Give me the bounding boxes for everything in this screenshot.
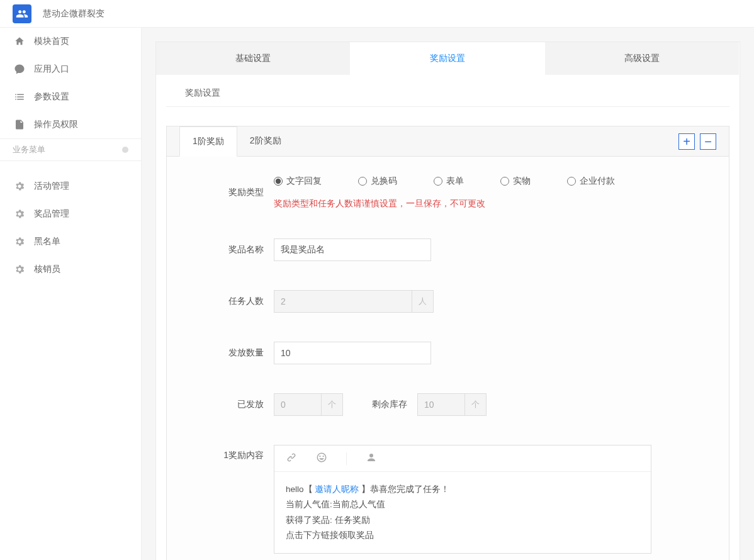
issued-label: 已发放: [192, 399, 274, 410]
app-logo: [13, 4, 31, 23]
prize-name-label: 奖品名称: [192, 244, 274, 255]
collapse-dot-icon[interactable]: [122, 147, 128, 153]
issued-input: [274, 393, 322, 416]
sidebar-item-verifier[interactable]: 核销员: [0, 255, 141, 283]
gear-icon: [14, 264, 25, 275]
reward-type-warning: 奖励类型和任务人数请谨慎设置，一旦保存，不可更改: [274, 198, 704, 210]
task-count-input: [274, 290, 412, 313]
gear-icon: [14, 236, 25, 247]
radio-form[interactable]: 表单: [434, 176, 464, 187]
sidebar-item-label: 奖品管理: [34, 208, 69, 220]
link-icon[interactable]: [286, 452, 297, 465]
sidebar: 模块首页 应用入口 参数设置 操作员权限 业务菜单 活动管理 奖品管理: [0, 28, 142, 560]
editor-toolbar: [274, 445, 651, 472]
emoji-icon[interactable]: [316, 452, 327, 465]
sidebar-item-label: 活动管理: [34, 181, 69, 192]
radio-enterprise-pay[interactable]: 企业付款: [567, 176, 615, 187]
editor-body[interactable]: hello【 邀请人昵称 】恭喜您完成了任务！ 当前人气值:当前总人气值 获得了…: [274, 472, 651, 553]
reward-type-label: 奖励类型: [192, 187, 274, 198]
document-icon: [14, 119, 25, 130]
chat-icon: [14, 64, 25, 75]
main-panel: 基础设置 奖励设置 高级设置 奖励设置 1阶奖励 2阶奖励 + −: [155, 42, 740, 560]
inner-panel: 1阶奖励 2阶奖励 + − 奖励类型 文字回复 兑换码: [166, 126, 729, 560]
inner-tab-level2[interactable]: 2阶奖励: [237, 126, 294, 156]
sidebar-item-label: 模块首页: [34, 36, 69, 47]
sidebar-item-prize[interactable]: 奖品管理: [0, 200, 141, 228]
sidebar-section-title: 业务菜单: [0, 138, 141, 161]
inner-tab-level1[interactable]: 1阶奖励: [179, 126, 237, 157]
remove-level-button[interactable]: −: [700, 133, 716, 150]
remain-suffix: 个: [465, 393, 487, 416]
tab-advanced-settings[interactable]: 高级设置: [545, 42, 740, 75]
add-level-button[interactable]: +: [678, 133, 695, 150]
list-icon: [14, 91, 25, 103]
sidebar-item-params[interactable]: 参数设置: [0, 83, 141, 111]
task-count-label: 任务人数: [192, 296, 274, 307]
sidebar-item-label: 参数设置: [34, 91, 69, 103]
reward-content-editor[interactable]: hello【 邀请人昵称 】恭喜您完成了任务！ 当前人气值:当前总人气值 获得了…: [274, 445, 651, 554]
section-label: 奖励设置: [166, 75, 729, 107]
sidebar-item-home[interactable]: 模块首页: [0, 28, 141, 55]
gear-icon: [14, 208, 25, 220]
toolbar-divider: [346, 452, 347, 465]
tabs-large: 基础设置 奖励设置 高级设置: [156, 42, 740, 75]
sidebar-item-app-entry[interactable]: 应用入口: [0, 55, 141, 83]
sidebar-item-label: 黑名单: [34, 236, 60, 247]
remain-input: [417, 393, 465, 416]
user-icon[interactable]: [366, 452, 377, 465]
issue-qty-input[interactable]: [274, 342, 431, 364]
prize-name-input[interactable]: [274, 238, 431, 261]
sidebar-item-blacklist[interactable]: 黑名单: [0, 228, 141, 255]
reward-type-radios: 文字回复 兑换码 表单 实物 企业付款: [274, 176, 704, 187]
task-count-suffix: 人: [412, 290, 434, 313]
issue-qty-label: 发放数量: [192, 347, 274, 359]
tab-reward-settings[interactable]: 奖励设置: [351, 42, 545, 75]
tab-basic-settings[interactable]: 基础设置: [156, 42, 351, 75]
sidebar-item-label: 应用入口: [34, 64, 69, 75]
inner-tabs: 1阶奖励 2阶奖励: [179, 126, 294, 156]
editor-tag-inviter: 邀请人昵称: [315, 484, 359, 494]
radio-text-reply[interactable]: 文字回复: [274, 176, 322, 187]
remain-label: 剩余库存: [372, 399, 407, 410]
topbar: 慧动企微群裂变: [0, 0, 754, 28]
issued-suffix: 个: [322, 393, 343, 416]
sidebar-item-activity[interactable]: 活动管理: [0, 172, 141, 200]
sidebar-item-label: 核销员: [34, 264, 60, 275]
sidebar-item-operator[interactable]: 操作员权限: [0, 111, 141, 138]
reward-content-label: 1奖励内容: [192, 445, 274, 461]
home-icon: [14, 36, 25, 47]
sidebar-item-label: 操作员权限: [34, 119, 78, 130]
app-title: 慧动企微群裂变: [43, 8, 104, 20]
gear-icon: [14, 181, 25, 192]
radio-redeem-code[interactable]: 兑换码: [358, 176, 397, 187]
radio-physical[interactable]: 实物: [500, 176, 531, 187]
